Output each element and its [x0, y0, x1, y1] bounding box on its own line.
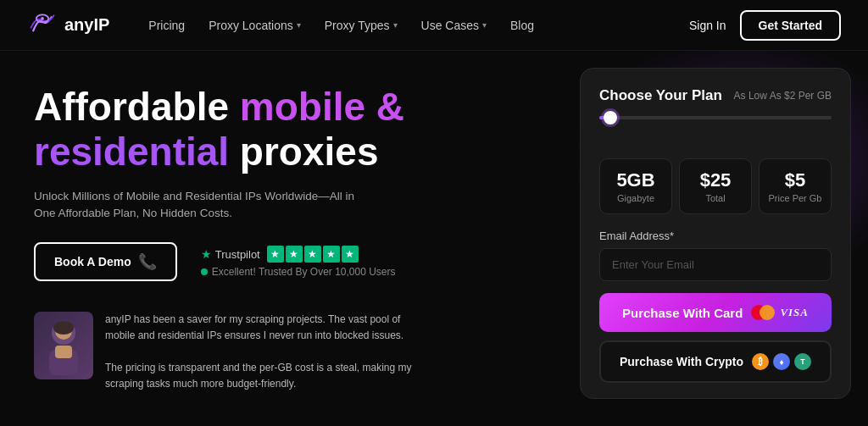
- trustpilot-row: ★ Trustpilot ★ ★ ★ ★ ★: [201, 246, 396, 263]
- plan-section: Choose Your Plan As Low As $2 Per GB 5GB…: [563, 51, 868, 426]
- usdt-icon: T: [794, 353, 811, 370]
- chevron-down-icon: ▾: [482, 20, 487, 30]
- trustpilot-stars: ★ ★ ★ ★ ★: [267, 246, 359, 263]
- nav-item-use-cases[interactable]: Use Cases ▾: [413, 14, 495, 37]
- navigation: anyIP Pricing Proxy Locations ▾ Proxy Ty…: [0, 0, 868, 51]
- star-3: ★: [304, 246, 321, 263]
- purchase-card-label: Purchase With Card: [622, 306, 743, 320]
- chevron-down-icon: ▾: [297, 20, 301, 30]
- email-input[interactable]: [599, 248, 832, 281]
- purchase-crypto-label: Purchase With Crypto: [620, 355, 743, 368]
- svg-rect-6: [55, 346, 72, 358]
- bitcoin-icon: ₿: [752, 353, 769, 370]
- testimonial-text-1: anyIP has been a saver for my scraping p…: [105, 312, 424, 344]
- testimonial: anyIP has been a saver for my scraping p…: [34, 312, 424, 392]
- logo[interactable]: anyIP: [27, 14, 109, 37]
- green-dot-icon: [201, 268, 208, 275]
- plan-header: Choose Your Plan As Low As $2 Per GB: [599, 87, 832, 104]
- nav-links: Pricing Proxy Locations ▾ Proxy Types ▾ …: [140, 14, 689, 37]
- star-4: ★: [323, 246, 340, 263]
- purchase-crypto-button[interactable]: Purchase With Crypto ₿ ♦ T: [599, 340, 832, 383]
- gb-value-box: 5GB Gigabyte: [599, 158, 672, 214]
- purchase-card-button[interactable]: Purchase With Card VISA: [599, 293, 832, 332]
- chevron-down-icon: ▾: [393, 20, 398, 30]
- price-per-gb-box: $5 Price Per Gb: [759, 158, 832, 214]
- nav-item-proxy-locations[interactable]: Proxy Locations ▾: [200, 14, 309, 37]
- plan-card: Choose Your Plan As Low As $2 Per GB 5GB…: [580, 68, 851, 399]
- cta-row: Book A Demo 📞 ★ Trustpilot ★ ★ ★ ★ ★: [34, 242, 529, 281]
- total-value-box: $25 Total: [679, 158, 752, 214]
- email-section: Email Address*: [599, 230, 832, 281]
- logo-text: anyIP: [64, 15, 109, 35]
- gb-number: 5GB: [609, 169, 663, 191]
- ethereum-icon: ♦: [773, 353, 790, 370]
- mastercard-icon: [751, 305, 775, 320]
- price-per-gb-number: $5: [768, 169, 822, 191]
- gb-label: Gigabyte: [609, 193, 663, 203]
- avatar: [34, 312, 93, 379]
- total-label: Total: [688, 193, 743, 203]
- svg-point-1: [41, 17, 44, 20]
- testimonial-text-block: anyIP has been a saver for my scraping p…: [105, 312, 424, 392]
- slider-container: [599, 116, 832, 145]
- hero-section: Affordable mobile & residential proxies …: [0, 51, 563, 426]
- plan-values: 5GB Gigabyte $25 Total $5 Price Per Gb: [599, 158, 832, 214]
- testimonial-text-2: The pricing is transparent and the per-G…: [105, 360, 424, 392]
- phone-icon: 📞: [138, 252, 157, 271]
- svg-point-5: [53, 321, 74, 335]
- nav-item-pricing[interactable]: Pricing: [140, 14, 193, 37]
- star-1: ★: [267, 246, 284, 263]
- trustpilot-block: ★ Trustpilot ★ ★ ★ ★ ★ Excellent! Truste…: [201, 246, 396, 278]
- hero-subtitle: Unlock Millions of Mobile and Residentia…: [34, 188, 356, 223]
- price-per-gb-label: Price Per Gb: [768, 193, 822, 203]
- nav-actions: Sign In Get Started: [689, 10, 841, 41]
- total-number: $25: [688, 169, 743, 191]
- hero-title: Affordable mobile & residential proxies: [34, 85, 529, 174]
- nav-item-proxy-types[interactable]: Proxy Types ▾: [316, 14, 406, 37]
- mastercard-circle-orange: [760, 305, 775, 320]
- trustpilot-subtitle: Excellent! Trusted By Over 10,000 Users: [201, 266, 396, 278]
- payment-icons: VISA: [751, 305, 809, 320]
- star-2: ★: [286, 246, 303, 263]
- email-label: Email Address*: [599, 230, 832, 242]
- plan-price-label: As Low As $2 Per GB: [734, 90, 832, 102]
- sign-in-link[interactable]: Sign In: [689, 19, 726, 32]
- trustpilot-star-icon: ★: [201, 247, 212, 261]
- book-demo-button[interactable]: Book A Demo 📞: [34, 242, 177, 281]
- plan-title: Choose Your Plan: [599, 87, 722, 104]
- star-5: ★: [342, 246, 359, 263]
- get-started-button[interactable]: Get Started: [740, 10, 841, 41]
- main-content: Affordable mobile & residential proxies …: [0, 51, 868, 426]
- visa-icon: VISA: [780, 306, 809, 319]
- nav-item-blog[interactable]: Blog: [502, 14, 542, 37]
- trustpilot-logo: ★ Trustpilot: [201, 247, 260, 261]
- crypto-icons: ₿ ♦ T: [752, 353, 811, 370]
